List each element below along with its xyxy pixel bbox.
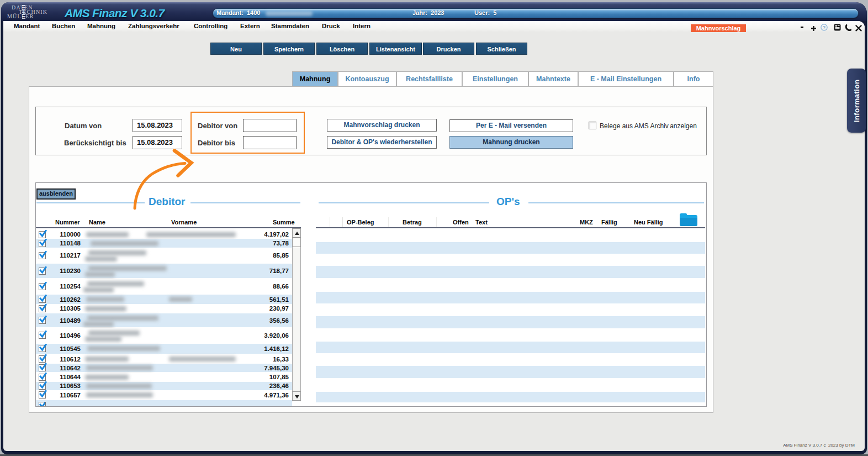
svg-text:?: ?: [823, 25, 826, 30]
